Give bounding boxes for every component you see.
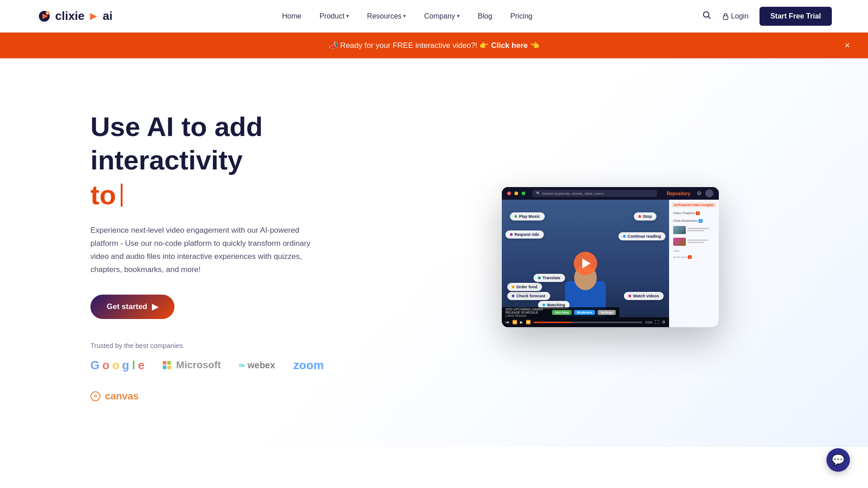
tag-check-forecast[interactable]: Check forecast	[507, 292, 550, 300]
video-player[interactable]: Play Music Stop Request ride Continue re…	[502, 200, 669, 327]
company-chevron-icon: ▾	[457, 13, 460, 19]
window-dot-green	[522, 192, 525, 195]
video-sidebar: AI-Powered Video Insights Video Chapters…	[669, 200, 719, 327]
tag-watch-videos[interactable]: Watch videos	[624, 292, 664, 300]
navbar: clixie ► ai Home Product ▾ Resources ▾ C…	[0, 0, 868, 33]
play-button[interactable]	[574, 252, 597, 275]
tag-dot	[538, 277, 541, 279]
announcement-close-button[interactable]: ×	[844, 40, 850, 51]
video-progress-fill	[533, 322, 571, 323]
nav-blog[interactable]: Blog	[478, 12, 492, 20]
chat-icon: 💬	[831, 454, 845, 466]
nav-product[interactable]: Product ▾	[320, 12, 349, 20]
google-logo: Google	[90, 358, 145, 372]
trusted-section: Trusted by the best companies Google Mic…	[90, 342, 362, 402]
hero-content: Use AI to add interactivity to Experienc…	[90, 112, 362, 402]
svg-line-6	[708, 17, 710, 19]
microsoft-logo: Microsoft	[163, 359, 221, 371]
get-started-button[interactable]: Get started ▶	[90, 295, 175, 319]
sidebar-thumb-2	[673, 238, 686, 246]
sidebar-links-label: Links	[672, 249, 716, 253]
window-dot-red	[507, 192, 511, 195]
hero-title-line2: interactivity	[90, 145, 362, 175]
login-button[interactable]: Login	[722, 12, 749, 20]
banner-join-button[interactable]: Join Now	[552, 310, 571, 315]
url-bar[interactable]: 🔍 Search keywords, stories, clixie, user…	[533, 190, 657, 197]
nav-pricing[interactable]: Pricing	[510, 12, 533, 20]
sidebar-row: Video Chapters 3	[672, 210, 716, 216]
tag-order-food[interactable]: Order food	[507, 283, 542, 291]
resources-chevron-icon: ▾	[403, 13, 406, 19]
video-prev-button[interactable]: ⏪	[512, 320, 517, 324]
mockup-badge: Repository	[664, 191, 693, 196]
tag-dot	[638, 215, 641, 218]
sidebar-bookmarks-text: Clixie Bookmarks 8	[673, 219, 703, 222]
search-icon	[702, 10, 711, 19]
video-play-pause-button[interactable]: ▶	[520, 320, 523, 324]
sidebar-insights-text: Video Chapters 3	[673, 211, 700, 216]
zoom-logo: zoom	[293, 358, 324, 372]
canvas-logo: ✿ canvas	[90, 390, 139, 402]
nav-links: Home Product ▾ Resources ▾ Company ▾ Blo…	[282, 12, 533, 20]
webex-logo: ∞ webex	[239, 360, 275, 371]
tag-play-music[interactable]: Play Music	[510, 212, 545, 221]
nav-right: Login Start Free Trial	[702, 7, 832, 26]
start-free-trial-button[interactable]: Start Free Trial	[760, 7, 832, 26]
tag-dot	[514, 215, 517, 218]
sidebar-text-2	[688, 239, 715, 244]
video-settings-button[interactable]: ⚙	[662, 320, 665, 324]
sidebar-thumb-1	[673, 226, 686, 234]
sidebar-thumb-row-1[interactable]	[672, 225, 716, 235]
sidebar-text-1	[688, 228, 715, 232]
video-controls-bar: ⏮ ⏪ ▶ ⏩ 0:00 ⛶ ⚙	[502, 317, 669, 327]
hero-visual: 🔍 Search keywords, stories, clixie, user…	[362, 187, 832, 327]
tag-continue-reading[interactable]: Continue reading	[618, 232, 665, 240]
mockup-top-bar: 🔍 Search keywords, stories, clixie, user…	[502, 187, 719, 200]
svg-point-4	[47, 12, 48, 14]
nav-resources[interactable]: Resources ▾	[367, 12, 406, 20]
hero-description: Experience next-level video engagement w…	[90, 224, 326, 277]
chat-widget-button[interactable]: 💬	[826, 448, 850, 472]
window-dot-yellow	[514, 192, 518, 195]
banner-info: 2023 UPCOMING GAMES RELEASE SCHEDULE Lat…	[505, 308, 549, 317]
brand-name: clixie ► ai	[55, 9, 113, 23]
tag-dot	[628, 295, 631, 297]
sidebar-bookmarks-row: Clixie Bookmarks 8	[672, 218, 716, 223]
tag-request-ride[interactable]: Request ride	[505, 230, 544, 239]
video-next-button[interactable]: ⏩	[526, 320, 531, 324]
hero-title-animated: to	[90, 179, 362, 211]
url-bar-text: Search keywords, stories, clixie, users.…	[542, 192, 606, 196]
cursor-blink	[121, 183, 123, 207]
banner-settings-button[interactable]: Settings	[598, 310, 616, 315]
brand-logo[interactable]: clixie ► ai	[36, 8, 113, 24]
video-mockup: 🔍 Search keywords, stories, clixie, user…	[502, 187, 719, 327]
banner-bookmark-button[interactable]: Bookmark	[574, 310, 595, 315]
canvas-icon: ✿	[90, 391, 100, 401]
nav-company[interactable]: Company ▾	[424, 12, 459, 20]
nav-home[interactable]: Home	[282, 12, 302, 20]
sidebar-thumb-row-2[interactable]	[672, 237, 716, 247]
tag-stop[interactable]: Stop	[634, 212, 656, 221]
sidebar-smartquiz-label: Smart Quiz 4	[672, 255, 716, 259]
tag-dot	[623, 235, 626, 238]
announcement-text: 📣 Ready for your FREE interactive video?…	[329, 41, 539, 50]
tag-dot	[510, 233, 513, 236]
video-fullscreen-button[interactable]: ⛶	[655, 320, 659, 324]
mockup-settings-icon: ⚙	[697, 190, 702, 197]
hero-section: Use AI to add interactivity to Experienc…	[0, 58, 868, 447]
play-icon	[582, 258, 590, 268]
video-rewind-button[interactable]: ⏮	[505, 320, 509, 324]
video-content-area: Play Music Stop Request ride Continue re…	[502, 200, 719, 327]
lock-icon	[722, 13, 729, 20]
logo-icon	[36, 8, 52, 24]
tag-dot	[512, 295, 514, 297]
announcement-link[interactable]: Click here	[491, 41, 528, 50]
banner-title: 2023 UPCOMING GAMES RELEASE SCHEDULE	[505, 308, 549, 314]
company-logos: Google Microsoft ∞ webex zoom ✿ canvas	[90, 358, 362, 402]
video-progress-bar[interactable]	[533, 322, 642, 323]
announcement-bar: 📣 Ready for your FREE interactive video?…	[0, 33, 868, 58]
search-button[interactable]	[702, 10, 711, 22]
video-bottom-banner: 2023 UPCOMING GAMES RELEASE SCHEDULE Lat…	[502, 307, 619, 317]
tag-translate[interactable]: Translate	[533, 274, 565, 282]
arrow-icon: ▶	[152, 302, 158, 312]
